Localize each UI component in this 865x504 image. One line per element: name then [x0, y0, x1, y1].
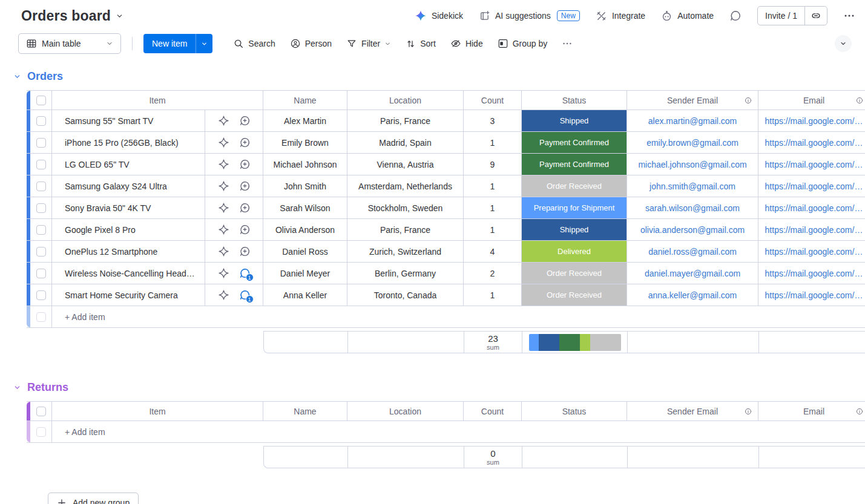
- email-cell[interactable]: https://mail.google.com/…: [758, 110, 865, 131]
- item-cell[interactable]: Smart Home Security Camera: [52, 284, 205, 306]
- add-item-row[interactable]: + Add item: [27, 421, 865, 443]
- status-badge[interactable]: Shipped: [522, 110, 627, 131]
- item-cell[interactable]: iPhone 15 Pro (256GB, Black): [52, 132, 205, 153]
- column-header-name[interactable]: Name: [263, 91, 347, 110]
- count-cell[interactable]: 1: [464, 175, 522, 197]
- add-update-icon[interactable]: [239, 180, 251, 192]
- column-header-item[interactable]: Item: [52, 91, 263, 110]
- name-cell[interactable]: Anna Keller: [263, 284, 347, 306]
- item-cell[interactable]: LG OLED 65" TV: [52, 154, 205, 175]
- add-item-row[interactable]: + Add item: [27, 306, 865, 328]
- email-cell[interactable]: https://mail.google.com/…: [758, 175, 865, 197]
- row-checkbox[interactable]: [36, 247, 46, 257]
- email-link[interactable]: https://mail.google.com/…: [765, 160, 863, 169]
- sender-email-link[interactable]: michael.johnson@gmail.com: [638, 160, 746, 169]
- name-cell[interactable]: Alex Martin: [263, 110, 347, 131]
- collapse-toolbar-button[interactable]: [835, 35, 852, 52]
- email-link[interactable]: https://mail.google.com/…: [765, 203, 863, 213]
- ai-sparkle-icon[interactable]: [218, 246, 229, 257]
- count-cell[interactable]: 1: [464, 132, 522, 153]
- status-badge[interactable]: Order Received: [522, 284, 627, 306]
- view-selector[interactable]: Main table: [18, 33, 121, 54]
- column-header-status[interactable]: Status: [522, 402, 627, 421]
- group-orders-title[interactable]: Orders: [13, 70, 865, 83]
- group-returns-title[interactable]: Returns: [13, 381, 865, 394]
- ai-sparkle-icon[interactable]: [218, 267, 229, 279]
- column-header-sender-email[interactable]: Sender Email: [627, 402, 758, 421]
- item-cell[interactable]: Samsung 55" Smart TV: [52, 110, 205, 131]
- count-cell[interactable]: 1: [464, 284, 522, 306]
- name-cell[interactable]: Daniel Meyer: [263, 263, 347, 284]
- chat-icon[interactable]: [729, 10, 742, 22]
- item-cell[interactable]: Samsung Galaxy S24 Ultra: [52, 175, 205, 197]
- status-distribution-bar[interactable]: [529, 334, 621, 351]
- group-by-button[interactable]: Group by: [498, 38, 548, 49]
- column-header-location[interactable]: Location: [347, 402, 464, 421]
- location-cell[interactable]: Toronto, Canada: [347, 284, 464, 306]
- location-cell[interactable]: Amsterdam, Netherlands: [347, 175, 464, 197]
- ai-suggestions-button[interactable]: AI suggestions New: [479, 10, 580, 22]
- status-bar-segment[interactable]: [539, 334, 559, 351]
- email-cell[interactable]: https://mail.google.com/…: [758, 132, 865, 153]
- status-cell[interactable]: Order Received: [522, 284, 627, 306]
- status-bar-segment[interactable]: [529, 334, 539, 351]
- sender-email-cell[interactable]: daniel.mayer@gmail.com: [627, 263, 758, 284]
- sender-email-cell[interactable]: alex.martin@gmail.com: [627, 110, 758, 131]
- updates-bubble-icon[interactable]: 1: [239, 267, 251, 279]
- name-cell[interactable]: Emily Brown: [263, 132, 347, 153]
- email-cell[interactable]: https://mail.google.com/…: [758, 241, 865, 262]
- sender-email-link[interactable]: john.smith@gmail.com: [650, 182, 735, 191]
- chevron-down-icon[interactable]: [116, 12, 123, 20]
- status-cell[interactable]: Order Received: [522, 175, 627, 197]
- add-update-icon[interactable]: [239, 159, 251, 170]
- item-cell[interactable]: Google Pixel 8 Pro: [52, 219, 205, 240]
- status-badge[interactable]: Preparing for Shipment: [522, 197, 627, 218]
- info-icon[interactable]: [744, 407, 752, 416]
- select-all-checkbox[interactable]: [36, 407, 46, 416]
- item-cell[interactable]: OnePlus 12 Smartphone: [52, 241, 205, 262]
- sender-email-cell[interactable]: john.smith@gmail.com: [627, 175, 758, 197]
- count-cell[interactable]: 2: [464, 263, 522, 284]
- group-collapse-icon[interactable]: [13, 384, 21, 391]
- location-cell[interactable]: Madrid, Spain: [347, 132, 464, 153]
- location-cell[interactable]: Paris, France: [347, 110, 464, 131]
- status-badge[interactable]: Order Received: [522, 263, 627, 284]
- row-checkbox[interactable]: [36, 203, 46, 213]
- name-cell[interactable]: Sarah Wilson: [263, 197, 347, 218]
- status-cell[interactable]: Delivered: [522, 241, 627, 262]
- status-badge[interactable]: Shipped: [522, 219, 627, 240]
- status-bar-segment[interactable]: [559, 334, 580, 351]
- status-bar-segment[interactable]: [590, 334, 621, 351]
- filter-button[interactable]: Filter: [346, 38, 391, 49]
- status-cell[interactable]: Order Received: [522, 263, 627, 284]
- email-link[interactable]: https://mail.google.com/…: [765, 247, 863, 257]
- group-collapse-icon[interactable]: [13, 73, 21, 80]
- add-update-icon[interactable]: 1: [239, 267, 251, 279]
- info-icon[interactable]: [744, 96, 752, 105]
- sender-email-link[interactable]: sarah.wilson@gmail.com: [645, 203, 740, 213]
- row-checkbox[interactable]: [36, 182, 46, 191]
- sender-email-link[interactable]: olivia.anderson@gmail.com: [640, 225, 745, 235]
- add-update-icon[interactable]: [239, 224, 251, 235]
- name-cell[interactable]: John Smith: [263, 175, 347, 197]
- info-icon[interactable]: [855, 96, 864, 105]
- email-link[interactable]: https://mail.google.com/…: [765, 225, 863, 235]
- location-cell[interactable]: Stockholm, Sweden: [347, 197, 464, 218]
- sender-email-cell[interactable]: emily.brown@gmail.com: [627, 132, 758, 153]
- count-cell[interactable]: 9: [464, 154, 522, 175]
- hide-button[interactable]: Hide: [450, 38, 483, 49]
- sidekick-button[interactable]: Sidekick: [415, 10, 463, 22]
- add-item-button[interactable]: + Add item: [52, 306, 865, 327]
- status-summary-cell[interactable]: [522, 447, 628, 468]
- status-cell[interactable]: Shipped: [522, 110, 627, 131]
- sender-email-link[interactable]: daniel.ross@gmail.com: [648, 247, 737, 257]
- ai-sparkle-icon[interactable]: [218, 137, 229, 148]
- row-checkbox[interactable]: [36, 138, 46, 148]
- location-cell[interactable]: Vienna, Austria: [347, 154, 464, 175]
- status-cell[interactable]: Preparing for Shipment: [522, 197, 627, 218]
- status-summary-cell[interactable]: [522, 332, 628, 353]
- ai-sparkle-icon[interactable]: [218, 180, 229, 192]
- status-bar-segment[interactable]: [580, 334, 590, 351]
- row-checkbox[interactable]: [36, 160, 46, 169]
- integrate-button[interactable]: Integrate: [596, 10, 645, 22]
